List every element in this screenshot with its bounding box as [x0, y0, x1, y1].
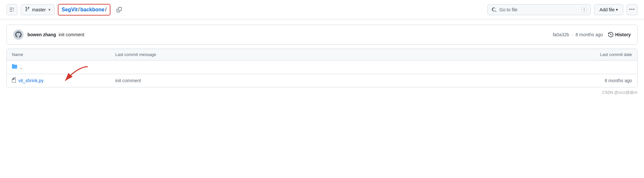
toolbar: master ▾ SegVit / backbone / Go to file … [0, 0, 644, 19]
breadcrumb-backbone-link[interactable]: backbone [80, 7, 105, 13]
commit-message: init comment [59, 32, 84, 37]
file-table-header: Name Last commit message Last commit dat… [7, 49, 637, 61]
breadcrumb: SegVit / backbone / [58, 4, 110, 16]
watermark-text: CSDN @cccc搭柴rrr [602, 90, 638, 95]
more-options-button[interactable]: ··· [627, 4, 638, 15]
parent-folder-link[interactable]: .. [20, 65, 22, 70]
search-shortcut-badge: t [582, 7, 587, 13]
folder-icon [12, 64, 17, 71]
avatar [13, 29, 24, 40]
breadcrumb-segvit-link[interactable]: SegVit [62, 7, 78, 13]
breadcrumb-separator-1: / [78, 7, 79, 13]
commit-message-cell-2: init comment [115, 78, 548, 83]
sidebar-toggle-button[interactable] [6, 4, 17, 15]
column-commit-message-header: Last commit message [115, 52, 548, 57]
add-file-chevron-icon: ▾ [616, 7, 618, 12]
add-file-button[interactable]: Add file ▾ [594, 4, 623, 15]
commit-meta: fa0a32b · 8 months ago History [553, 32, 631, 37]
commit-info: bowen zhang init comment [27, 32, 549, 37]
history-icon [608, 32, 613, 37]
watermark: CSDN @cccc搭柴rrr [0, 87, 644, 98]
branch-name-label: master [32, 7, 46, 12]
commit-author[interactable]: bowen zhang [27, 32, 56, 37]
more-icon: ··· [629, 6, 635, 13]
svg-rect-0 [13, 8, 14, 12]
search-placeholder-text: Go to file [499, 7, 517, 12]
table-row: vit_shrink.py init comment 8 months ago [7, 74, 637, 87]
commit-hash[interactable]: fa0a32b [553, 32, 569, 37]
file-name-cell: vit_shrink.py [12, 77, 115, 84]
commit-time: 8 months ago [576, 32, 603, 37]
copy-path-button[interactable] [114, 4, 125, 15]
commit-date-cell-2: 8 months ago [548, 78, 632, 83]
search-box[interactable]: Go to file t [487, 4, 591, 15]
branch-selector-button[interactable]: master ▾ [21, 4, 55, 15]
search-icon [492, 7, 497, 12]
history-label: History [615, 32, 631, 37]
history-button[interactable]: History [608, 32, 631, 37]
table-row: .. [7, 61, 637, 74]
branch-chevron-icon: ▾ [48, 7, 50, 12]
file-name-cell: .. [12, 64, 115, 71]
commit-bar: bowen zhang init comment fa0a32b · 8 mon… [6, 25, 638, 45]
file-table: Name Last commit message Last commit dat… [6, 49, 638, 87]
add-file-label: Add file [599, 7, 615, 12]
column-commit-date-header: Last commit date [548, 52, 632, 57]
commit-dot-separator: · [572, 32, 573, 37]
file-name-link[interactable]: vit_shrink.py [18, 78, 44, 83]
branch-icon [25, 6, 30, 13]
file-icon [12, 77, 16, 84]
breadcrumb-slash: / [105, 7, 106, 13]
column-name-header: Name [12, 52, 115, 57]
